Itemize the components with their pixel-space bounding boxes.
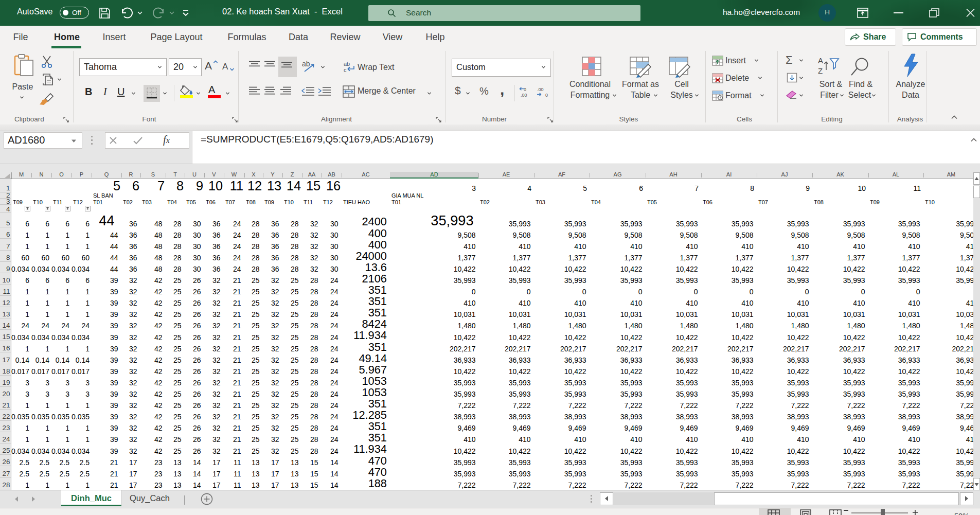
- svg-text:ab: ab: [344, 61, 350, 67]
- svg-text:0: 0: [524, 87, 526, 92]
- svg-text:Z: Z: [818, 66, 823, 75]
- svg-text:A: A: [818, 56, 823, 65]
- svg-text:.00: .00: [537, 87, 544, 92]
- svg-text:0: 0: [545, 93, 548, 98]
- svg-text:c: c: [344, 67, 347, 73]
- svg-text:.00: .00: [521, 93, 527, 98]
- svg-text:ab: ab: [302, 60, 310, 68]
